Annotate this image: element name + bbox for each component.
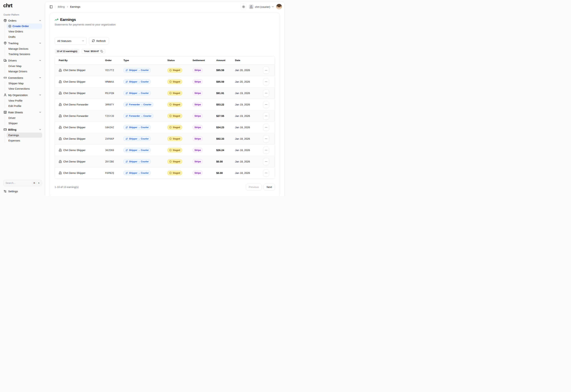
app-logo: chrt [3, 2, 42, 9]
info-icon [169, 138, 172, 140]
table-row[interactable]: Chrt Demo Shipper HMWW4A Shipper → Couri… [55, 76, 275, 87]
settlement-badge: Stripe [193, 171, 203, 175]
sidebar-item-settings[interactable]: Settings [3, 189, 42, 193]
amount-value: $0.00 [216, 160, 235, 163]
status-badge: Staged [167, 102, 182, 107]
chevron-down-icon [82, 40, 84, 42]
theme-toggle-button[interactable] [240, 4, 247, 10]
arrows-left-right-icon [125, 69, 128, 71]
sidebar-item-connections[interactable]: Connections [3, 75, 42, 80]
info-icon [169, 69, 172, 71]
col-status: Status [167, 59, 193, 62]
sidebar-toggle-button[interactable] [49, 4, 53, 9]
date-value: Jan 18, 2026 [235, 160, 257, 163]
sidebar-item-my-organization[interactable]: My Organization [3, 92, 42, 98]
table-row[interactable]: Chrt Demo Shipper ZKYZBE Shipper → Couri… [55, 156, 275, 167]
sidebar: chrt Courier Platform Orders Create Orde… [0, 0, 45, 196]
table-row[interactable]: Chrt Demo Shipper 36ZEN9 Shipper → Couri… [55, 144, 275, 156]
order-code: TZSYJD [105, 114, 123, 117]
status-filter-select[interactable]: All Statuses [55, 37, 87, 44]
sidebar-subitem-earnings[interactable]: Earnings [7, 133, 42, 138]
order-code: F6PBZQ [105, 172, 123, 174]
info-icon [169, 149, 172, 151]
search-input[interactable] [5, 182, 31, 184]
building-icon [59, 126, 62, 129]
sidebar-item-billing[interactable]: Billing [3, 127, 42, 132]
breadcrumb-billing[interactable]: Billing [58, 5, 65, 8]
row-actions-button[interactable] [263, 147, 269, 154]
row-actions-button[interactable] [263, 158, 269, 165]
ellipsis-icon [265, 160, 268, 163]
row-actions-button[interactable] [263, 135, 269, 142]
chevron-down-icon [39, 111, 41, 113]
col-order: Order [105, 59, 123, 62]
col-date: Date [235, 59, 257, 62]
refresh-button[interactable]: Refresh [89, 37, 109, 44]
sidebar-subitem-manage-devices[interactable]: Manage Devices [7, 46, 42, 51]
trending-up-icon [55, 18, 58, 22]
sidebar-subitem-tracking-sessions[interactable]: Tracking Sessions [7, 52, 42, 57]
table-body: Chrt Demo Shipper YES7TZ Shipper → Couri… [55, 65, 275, 179]
table-row[interactable]: Chrt Demo Forwarder 3RR8TY Forwarder → C… [55, 99, 275, 110]
sidebar-subitem-manage-drivers[interactable]: Manage Drivers [7, 69, 42, 74]
page-title: Earnings [60, 17, 76, 22]
row-actions-button[interactable] [263, 169, 269, 177]
sidebar-subitem-view-orders[interactable]: View Orders [7, 29, 42, 34]
row-actions-button[interactable] [263, 67, 269, 74]
sidebar-item-rate-sheets[interactable]: Rate Sheets [3, 110, 42, 115]
sidebar-item-orders[interactable]: Orders [3, 18, 42, 23]
org-switcher[interactable]: chrt demo courier chrt (courier) [249, 4, 274, 9]
paid-by-value: Chrt Demo Shipper [63, 69, 86, 72]
info-icon [169, 103, 172, 106]
page-subtitle: Statements for payments owed to your org… [55, 23, 275, 26]
table-row[interactable]: Chrt Demo Shipper PDJFQN Shipper → Couri… [55, 87, 275, 99]
table-row[interactable]: Chrt Demo Shipper YES7TZ Shipper → Couri… [55, 65, 275, 76]
building-icon [59, 92, 62, 95]
row-actions-button[interactable] [263, 124, 269, 131]
ellipsis-icon [265, 126, 268, 129]
copy-icon[interactable] [101, 50, 103, 53]
sidebar-subitem-driver[interactable]: Driver [7, 115, 42, 120]
sidebar-item-tracking[interactable]: Tracking [3, 41, 42, 46]
info-icon [169, 126, 172, 128]
table-row[interactable]: Chrt Demo Forwarder TZSYJD Forwarder → C… [55, 110, 275, 122]
amount-value: $0.00 [216, 172, 235, 174]
table-row[interactable]: Chrt Demo Shipper S8H2HZ Shipper → Couri… [55, 122, 275, 133]
sidebar-subitem-shipper-map[interactable]: Shipper Map [7, 81, 42, 86]
total-badge: Total: $516.67 [82, 49, 105, 54]
table-row[interactable]: Chrt Demo Shipper ZXFKKP Shipper → Couri… [55, 133, 275, 144]
sidebar-subitem-driver-map[interactable]: Driver Map [7, 63, 42, 69]
order-code: ZXFKKP [105, 137, 123, 140]
refresh-label: Refresh [96, 39, 106, 42]
sidebar-subitem-edit-profile[interactable]: Edit Profile [7, 103, 42, 109]
chevron-down-icon [271, 5, 274, 8]
row-actions-button[interactable] [263, 101, 269, 108]
building-icon [59, 114, 62, 117]
user-avatar[interactable] [276, 4, 282, 10]
row-actions-button[interactable] [263, 78, 269, 85]
search-box[interactable]: ⌘ K [3, 180, 42, 186]
row-actions-button[interactable] [263, 112, 269, 120]
arrows-left-right-icon [125, 115, 128, 117]
sidebar-subitem-shipper[interactable]: Shipper [7, 121, 42, 126]
amount-value: $34.23 [216, 126, 235, 129]
ellipsis-icon [265, 172, 268, 174]
col-type: Type [123, 59, 167, 62]
next-page-button[interactable]: Next [264, 184, 275, 190]
sidebar-subitem-view-connections[interactable]: View Connections [7, 86, 42, 91]
chevron-down-icon [39, 42, 41, 44]
paid-by-value: Chrt Demo Forwarder [63, 103, 88, 106]
building-icon [59, 149, 62, 152]
chevron-down-icon [39, 94, 41, 96]
previous-page-button[interactable]: Previous [246, 184, 262, 190]
paid-by-value: Chrt Demo Shipper [63, 172, 86, 174]
type-badge: Shipper → Courier [123, 159, 150, 164]
row-actions-button[interactable] [263, 90, 269, 97]
sidebar-subitem-create-order[interactable]: Create Order [7, 24, 42, 29]
date-value: Jan 19, 2026 [235, 92, 257, 95]
sidebar-subitem-view-profile[interactable]: View Profile [7, 98, 42, 103]
table-row[interactable]: Chrt Demo Shipper F6PBZQ Shipper → Couri… [55, 167, 275, 179]
sidebar-subitem-expenses[interactable]: Expenses [7, 138, 42, 143]
sidebar-subitem-drafts[interactable]: Drafts [7, 34, 42, 39]
sidebar-item-drivers[interactable]: Drivers [3, 58, 42, 63]
